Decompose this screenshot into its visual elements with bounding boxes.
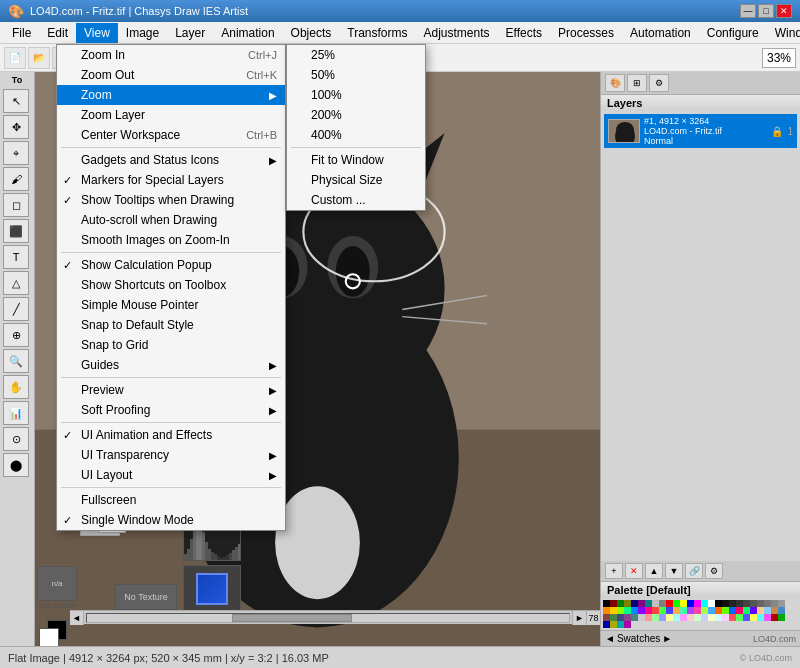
palette-color[interactable] [666, 614, 673, 621]
palette-color[interactable] [764, 614, 771, 621]
layer-settings-btn[interactable]: ⚙ [705, 563, 723, 579]
h-scroll-track[interactable] [86, 613, 570, 623]
palette-color[interactable] [603, 614, 610, 621]
menu-tooltips[interactable]: Show Tooltips when Drawing [57, 190, 285, 210]
palette-color[interactable] [757, 600, 764, 607]
palette-color[interactable] [617, 621, 624, 628]
palette-color[interactable] [750, 607, 757, 614]
panel-btn-2[interactable]: ⊞ [627, 74, 647, 92]
palette-color[interactable] [624, 607, 631, 614]
palette-color[interactable] [687, 614, 694, 621]
palette-color[interactable] [638, 607, 645, 614]
zoom-200[interactable]: 200% [287, 105, 425, 125]
palette-color[interactable] [729, 600, 736, 607]
panel-btn-1[interactable]: 🎨 [605, 74, 625, 92]
palette-color[interactable] [701, 600, 708, 607]
palette-color[interactable] [610, 614, 617, 621]
menu-soft-proofing[interactable]: Soft Proofing ▶ [57, 400, 285, 420]
palette-color[interactable] [715, 614, 722, 621]
palette-color[interactable] [701, 607, 708, 614]
palette-color[interactable] [722, 600, 729, 607]
palette-color[interactable] [638, 600, 645, 607]
palette-color[interactable] [687, 607, 694, 614]
palette-color[interactable] [617, 607, 624, 614]
palette-color[interactable] [729, 614, 736, 621]
menu-configure[interactable]: Configure [699, 23, 767, 43]
palette-color[interactable] [771, 614, 778, 621]
palette-color[interactable] [694, 607, 701, 614]
palette-color[interactable] [778, 600, 785, 607]
palette-color[interactable] [624, 600, 631, 607]
layer-link-btn[interactable]: 🔗 [685, 563, 703, 579]
palette-color[interactable] [659, 600, 666, 607]
palette-header[interactable]: Palette [Default] [601, 582, 800, 598]
tool-zoom[interactable]: 🔍 [3, 349, 29, 373]
menu-effects[interactable]: Effects [498, 23, 550, 43]
menu-markers[interactable]: Markers for Special Layers [57, 170, 285, 190]
palette-color[interactable] [624, 621, 631, 628]
menu-window[interactable]: Window [767, 23, 800, 43]
menu-objects[interactable]: Objects [283, 23, 340, 43]
palette-color[interactable] [666, 600, 673, 607]
palette-color[interactable] [638, 614, 645, 621]
palette-color[interactable] [764, 600, 771, 607]
palette-color[interactable] [673, 614, 680, 621]
zoom-25[interactable]: 25% [287, 45, 425, 65]
menu-ui-layout[interactable]: UI Layout ▶ [57, 465, 285, 485]
menu-ui-transparency[interactable]: UI Transparency ▶ [57, 445, 285, 465]
palette-color[interactable] [757, 614, 764, 621]
palette-color[interactable] [631, 600, 638, 607]
menu-zoom-out[interactable]: Zoom Out Ctrl+K [57, 65, 285, 85]
tool-misc2[interactable]: ⬤ [3, 453, 29, 477]
tool-misc1[interactable]: ⊙ [3, 427, 29, 451]
scroll-left-btn[interactable]: ◄ [70, 611, 84, 625]
tool-chart[interactable]: 📊 [3, 401, 29, 425]
palette-color[interactable] [645, 607, 652, 614]
palette-color[interactable] [715, 600, 722, 607]
menu-zoom-in[interactable]: Zoom In Ctrl+J [57, 45, 285, 65]
h-scroll-thumb[interactable] [232, 614, 353, 622]
tool-fill[interactable]: ⬛ [3, 219, 29, 243]
tool-text[interactable]: T [3, 245, 29, 269]
layer-up-btn[interactable]: ▲ [645, 563, 663, 579]
tool-crop[interactable]: ⌖ [3, 141, 29, 165]
next-arrow[interactable]: ► [662, 633, 672, 644]
tool-line[interactable]: ╱ [3, 297, 29, 321]
new-btn[interactable]: 📄 [4, 47, 26, 69]
layer-add-btn[interactable]: + [605, 563, 623, 579]
tool-hand[interactable]: ✋ [3, 375, 29, 399]
menu-center-workspace[interactable]: Center Workspace Ctrl+B [57, 125, 285, 145]
menu-image[interactable]: Image [118, 23, 167, 43]
palette-color[interactable] [659, 614, 666, 621]
palette-color[interactable] [736, 607, 743, 614]
tool-select[interactable]: ↖ [3, 89, 29, 113]
zoom-physical[interactable]: Physical Size [287, 170, 425, 190]
menu-view[interactable]: View [76, 23, 118, 43]
palette-color[interactable] [652, 600, 659, 607]
palette-color[interactable] [722, 614, 729, 621]
scroll-right-btn[interactable]: ► [572, 611, 586, 625]
menu-mouse-pointer[interactable]: Simple Mouse Pointer [57, 295, 285, 315]
palette-color[interactable] [652, 614, 659, 621]
menu-ui-animation[interactable]: UI Animation and Effects [57, 425, 285, 445]
minimize-btn[interactable]: — [740, 4, 756, 18]
palette-color[interactable] [603, 600, 610, 607]
palette-color[interactable] [736, 600, 743, 607]
palette-color[interactable] [757, 607, 764, 614]
tool-eyedrop[interactable]: ⊕ [3, 323, 29, 347]
palette-color[interactable] [694, 614, 701, 621]
palette-color[interactable] [750, 614, 757, 621]
menu-shortcuts-toolbox[interactable]: Show Shortcuts on Toolbox [57, 275, 285, 295]
palette-color[interactable] [617, 614, 624, 621]
menu-gadgets[interactable]: Gadgets and Status Icons ▶ [57, 150, 285, 170]
palette-color[interactable] [673, 607, 680, 614]
palette-color[interactable] [701, 614, 708, 621]
menu-fullscreen[interactable]: Fullscreen [57, 490, 285, 510]
menu-file[interactable]: File [4, 23, 39, 43]
palette-color[interactable] [680, 607, 687, 614]
menu-snap-grid[interactable]: Snap to Grid [57, 335, 285, 355]
palette-color[interactable] [610, 607, 617, 614]
prev-arrow[interactable]: ◄ [605, 633, 615, 644]
maximize-btn[interactable]: □ [758, 4, 774, 18]
palette-color[interactable] [631, 614, 638, 621]
